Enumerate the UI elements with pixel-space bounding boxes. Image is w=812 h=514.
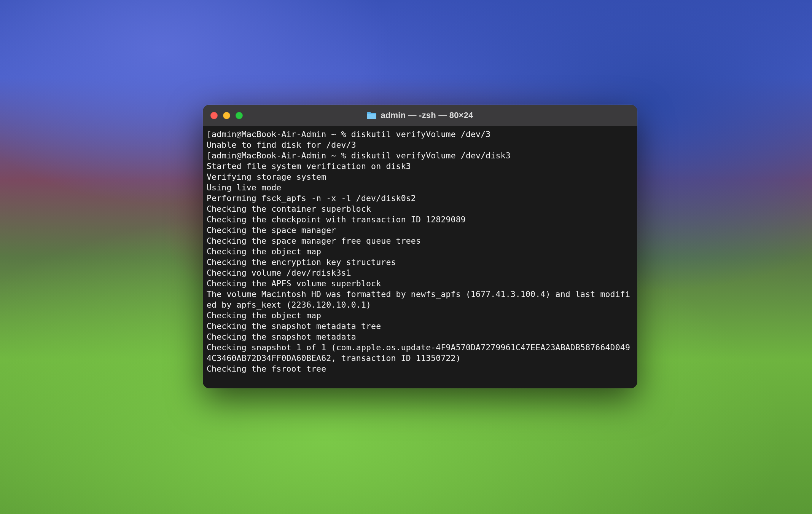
output-line: The volume Macintosh HD was formatted by… bbox=[207, 289, 634, 310]
terminal-content[interactable]: [admin@MacBook-Air-Admin ~ % diskutil ve… bbox=[203, 126, 637, 388]
prompt-line-2: [admin@MacBook-Air-Admin ~ % diskutil ve… bbox=[207, 150, 634, 161]
minimize-button[interactable] bbox=[223, 112, 230, 119]
output-line: Performing fsck_apfs -n -x -l /dev/disk0… bbox=[207, 193, 634, 204]
close-button[interactable] bbox=[210, 112, 218, 119]
output-line: Checking the snapshot metadata tree bbox=[207, 321, 634, 332]
window-title: admin — -zsh — 80×24 bbox=[381, 110, 473, 120]
output-line: Checking volume /dev/rdisk3s1 bbox=[207, 268, 634, 278]
window-title-container: admin — -zsh — 80×24 bbox=[203, 110, 637, 120]
output-line: Checking the space manager bbox=[207, 225, 634, 236]
output-line: Checking the object map bbox=[207, 246, 634, 257]
zoom-button[interactable] bbox=[236, 112, 243, 119]
traffic-lights bbox=[210, 112, 243, 119]
output-line: Checking the container superblock bbox=[207, 204, 634, 214]
output-line: Verifying storage system bbox=[207, 172, 634, 182]
window-titlebar[interactable]: admin — -zsh — 80×24 bbox=[203, 105, 637, 126]
output-line: Checking the APFS volume superblock bbox=[207, 278, 634, 289]
output-line: Started file system verification on disk… bbox=[207, 161, 634, 172]
output-line: Checking the encryption key structures bbox=[207, 257, 634, 268]
output-line: Checking the snapshot metadata bbox=[207, 332, 634, 342]
output-line: Checking the fsroot tree bbox=[207, 364, 634, 374]
output-line: Unable to find disk for /dev/3 bbox=[207, 140, 634, 150]
output-line: Using live mode bbox=[207, 182, 634, 193]
output-line: Checking the checkpoint with transaction… bbox=[207, 214, 634, 225]
output-line: Checking the space manager free queue tr… bbox=[207, 236, 634, 246]
output-line: Checking snapshot 1 of 1 (com.apple.os.u… bbox=[207, 342, 634, 364]
prompt-line-1: [admin@MacBook-Air-Admin ~ % diskutil ve… bbox=[207, 129, 634, 140]
folder-icon bbox=[367, 111, 377, 120]
output-line: Checking the object map bbox=[207, 310, 634, 321]
terminal-window[interactable]: admin — -zsh — 80×24 [admin@MacBook-Air-… bbox=[203, 105, 637, 388]
